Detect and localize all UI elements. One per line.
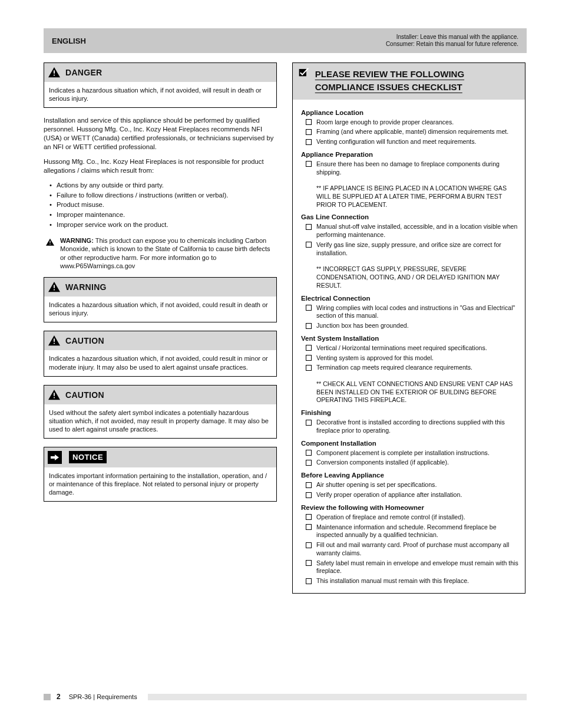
checkbox-icon[interactable] (306, 365, 312, 371)
intro-bullet: Improper maintenance. (48, 210, 277, 219)
checklist-item-text: Junction box has been grounded. (316, 322, 519, 330)
footer: 2 SPR-36 | Requirements (44, 693, 527, 701)
warning-callout: WARNING Indicates a hazardous situation … (44, 277, 277, 322)
checkbox-icon[interactable] (306, 355, 312, 361)
danger-callout: DANGER Indicates a hazardous situation w… (44, 62, 277, 108)
intro-bullet: Failure to follow directions / instructi… (48, 191, 277, 200)
notice-label: NOTICE (69, 451, 107, 463)
svg-rect-7 (54, 343, 55, 344)
danger-body: Indicates a hazardous situation which, i… (44, 82, 276, 107)
checklist-item-text: Operation of fireplace and remote contro… (316, 513, 519, 522)
notice-callout: NOTICE Indicates important information p… (44, 447, 277, 502)
checklist-item: Room large enough to provide proper clea… (306, 118, 519, 127)
checklist-item-text: Conversion components installed (if appl… (316, 459, 519, 467)
retain-note: Installer: Leave this manual with the ap… (386, 34, 518, 48)
checklist-group-title: Before Leaving Appliance (301, 472, 519, 479)
checklist-item: Air shutter opening is set per specifica… (306, 481, 519, 489)
checkbox-icon[interactable] (306, 542, 312, 548)
svg-rect-0 (54, 70, 55, 73)
inline-warning: WARNING: This product can expose you to … (44, 236, 277, 270)
title-bar: ENGLISH Installer: Leave this manual wit… (44, 28, 527, 53)
caution-label: CAUTION (65, 336, 104, 345)
checklist-item-text: Fill out and mail warranty card. Proof o… (316, 541, 519, 558)
svg-rect-5 (54, 289, 55, 291)
danger-label: DANGER (65, 68, 102, 77)
checkbox-icon[interactable] (306, 578, 312, 584)
svg-rect-1 (54, 75, 55, 76)
checklist-group-title: Electrical Connection (301, 295, 519, 302)
checklist-item-text: Termination cap meets required clearance… (316, 364, 519, 404)
checklist-item: Manual shut-off valve installed, accessi… (306, 223, 519, 239)
caution2-body: Used without the safety alert symbol ind… (44, 404, 276, 438)
checklist-item-text: Room large enough to provide proper clea… (316, 118, 519, 127)
checklist-body: Appliance LocationRoom large enough to p… (293, 100, 525, 593)
checkbox-icon[interactable] (306, 323, 312, 329)
checkbox-icon[interactable] (306, 345, 312, 351)
checklist-item: Component placement is complete per inst… (306, 449, 519, 457)
checkbox-icon[interactable] (306, 305, 312, 311)
checkbox-icon[interactable] (306, 161, 312, 167)
checkbox-icon[interactable] (306, 224, 312, 230)
checklist-group-title: Component Installation (301, 440, 519, 447)
checklist-group-title: Gas Line Connection (301, 213, 519, 220)
checkbox-icon[interactable] (306, 492, 312, 498)
arrow-icon (48, 451, 62, 464)
checklist-item-text: Framing (and where applicable, mantel) d… (316, 128, 519, 136)
checkbox-icon[interactable] (306, 129, 312, 135)
intro-b: Hussong Mfg. Co., Inc. Kozy Heat Firepla… (44, 157, 277, 175)
checklist-group-title: Finishing (301, 409, 519, 416)
checklist-item: Ensure there has been no damage to firep… (306, 160, 519, 209)
checklist-item-text: Manual shut-off valve installed, accessi… (316, 223, 519, 239)
checkbox-icon[interactable] (306, 420, 312, 426)
checklist-item: Wiring complies with local codes and ins… (306, 304, 519, 321)
checklist-title: PLEASE REVIEW THE FOLLOWING COMPLIANCE I… (315, 68, 519, 94)
checklist-item-text: Vertical / Horizontal terminations meet … (316, 344, 519, 353)
checkbox-icon[interactable] (306, 514, 312, 520)
intro-bullet: Improper service work on the product. (48, 220, 277, 229)
svg-rect-3 (49, 244, 50, 245)
checkbox-icon[interactable] (306, 242, 312, 248)
warn-bold: WARNING: (60, 237, 94, 244)
checkbox-icon[interactable] (306, 482, 312, 488)
lang-label: ENGLISH (52, 37, 86, 45)
svg-rect-6 (54, 339, 55, 342)
checklist-item-text: Component placement is complete per inst… (316, 449, 519, 457)
checkbox-icon[interactable] (306, 450, 312, 456)
checklist-group-title: Vent System Installation (301, 335, 519, 342)
warning-body: Indicates a hazardous situation which, i… (44, 297, 276, 322)
checklist-group-title: Appliance Preparation (301, 151, 519, 158)
checklist-item-text: Air shutter opening is set per specifica… (316, 481, 519, 489)
checklist-item: Termination cap meets required clearance… (306, 364, 519, 404)
checklist-item-text: Venting system is approved for this mode… (316, 354, 519, 363)
checkbox-icon[interactable] (306, 139, 312, 145)
checklist-item-text: Decorative front is installed according … (316, 419, 519, 435)
alert-icon (48, 67, 61, 78)
checklist-item: Framing (and where applicable, mantel) d… (306, 128, 519, 136)
checklist-item: Junction box has been grounded. (306, 322, 519, 330)
checklist-group-title: Appliance Location (301, 109, 519, 116)
checkbox-icon[interactable] (306, 524, 312, 530)
footer-bar (148, 694, 527, 700)
svg-rect-10 (299, 69, 306, 76)
checkbox-icon[interactable] (306, 560, 312, 566)
svg-rect-8 (54, 393, 55, 396)
page-number: 2 (57, 693, 61, 701)
checkbox-icon[interactable] (306, 119, 312, 125)
svg-rect-2 (49, 241, 50, 243)
footer-tag: SPR-36 | Requirements (69, 693, 137, 700)
left-column: DANGER Indicates a hazardous situation w… (44, 62, 277, 594)
checklist-item: Maintenance information and schedule. Re… (306, 523, 519, 540)
checklist-item-text: This installation manual must remain wit… (316, 577, 519, 585)
checklist-item: This installation manual must remain wit… (306, 577, 519, 585)
checklist-item-text: Safety label must remain in envelope and… (316, 559, 519, 576)
checklist-item: Conversion components installed (if appl… (306, 459, 519, 467)
checkbox-icon[interactable] (306, 460, 312, 466)
checklist-item: Safety label must remain in envelope and… (306, 559, 519, 576)
checklist-item-text: Verify proper operation of appliance aft… (316, 491, 519, 499)
caution-callout: CAUTION Indicates a hazardous situation … (44, 331, 277, 376)
checklist-item: Decorative front is installed according … (306, 419, 519, 435)
checklist-item: Verify gas line size, supply pressure, a… (306, 241, 519, 290)
intro-bullet: Product misuse. (48, 200, 277, 209)
alert-icon (48, 335, 61, 347)
alert-icon (48, 281, 61, 293)
